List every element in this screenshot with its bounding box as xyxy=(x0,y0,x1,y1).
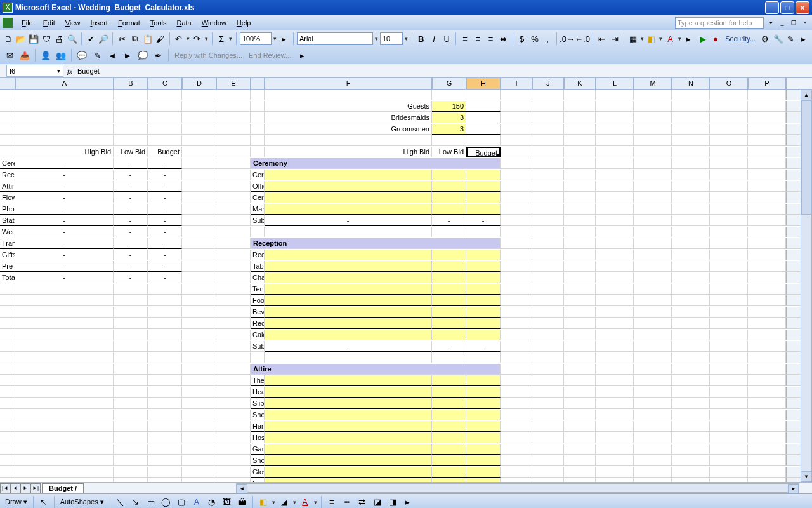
cell[interactable] xyxy=(216,238,251,249)
cell[interactable] xyxy=(710,90,748,100)
cell[interactable]: Beverages & Bartender xyxy=(251,307,265,318)
cell[interactable] xyxy=(216,364,251,375)
cell[interactable]: - xyxy=(432,341,466,352)
cell[interactable] xyxy=(710,318,748,329)
cell[interactable]: Tent Rentals xyxy=(251,284,265,295)
cell[interactable]: - xyxy=(15,170,114,180)
cell[interactable] xyxy=(634,295,672,306)
cell[interactable] xyxy=(596,170,634,180)
col-header-F[interactable]: F xyxy=(265,78,432,90)
cell[interactable] xyxy=(564,421,596,432)
redo-icon[interactable]: ↷ xyxy=(192,32,203,46)
cell[interactable] xyxy=(748,272,786,283)
cell[interactable] xyxy=(182,432,216,443)
cell[interactable] xyxy=(182,478,216,482)
cell[interactable] xyxy=(265,250,432,260)
cell[interactable] xyxy=(634,375,672,386)
cell[interactable] xyxy=(596,112,634,123)
cell[interactable] xyxy=(532,375,564,386)
cell[interactable] xyxy=(748,318,786,329)
autoshapes-menu[interactable]: AutoShapes ▾ xyxy=(58,498,107,506)
cell[interactable] xyxy=(710,375,748,386)
cell[interactable]: Reception xyxy=(0,170,15,180)
minimize-button[interactable]: _ xyxy=(765,1,779,14)
cell[interactable]: Reception Venue xyxy=(251,250,265,260)
cell[interactable] xyxy=(466,375,501,386)
cell[interactable] xyxy=(532,364,564,375)
cell[interactable] xyxy=(634,227,672,237)
cell[interactable] xyxy=(748,284,786,295)
cell[interactable] xyxy=(182,90,216,100)
cell[interactable] xyxy=(710,444,748,455)
cell[interactable] xyxy=(501,341,532,352)
cell[interactable] xyxy=(564,295,596,306)
cell[interactable] xyxy=(710,295,748,306)
dash-style-icon[interactable]: ┅ xyxy=(340,495,354,509)
cell[interactable] xyxy=(265,398,432,409)
arrow-icon[interactable]: ↘ xyxy=(129,495,143,509)
spelling-icon[interactable]: ✔ xyxy=(85,32,96,46)
cell[interactable] xyxy=(15,284,114,295)
col-header-K[interactable]: K xyxy=(564,78,596,90)
cell[interactable] xyxy=(265,227,432,237)
cell[interactable] xyxy=(265,284,432,295)
cell[interactable] xyxy=(466,124,501,135)
cell[interactable] xyxy=(596,181,634,192)
formula-input[interactable] xyxy=(76,65,812,77)
cell[interactable] xyxy=(634,467,672,478)
cell[interactable] xyxy=(15,387,114,398)
cell[interactable] xyxy=(432,444,466,455)
cell[interactable] xyxy=(114,341,148,352)
cell[interactable] xyxy=(466,398,501,409)
cell[interactable] xyxy=(182,227,216,237)
show-comment-icon[interactable]: 💭 xyxy=(136,48,150,62)
cell[interactable] xyxy=(15,421,114,432)
maximize-button[interactable]: □ xyxy=(780,1,794,14)
tab-nav-next-icon[interactable]: ► xyxy=(20,483,30,493)
toolbar-options3-icon[interactable]: ▸ xyxy=(798,32,809,46)
cell[interactable] xyxy=(15,432,114,443)
cell[interactable] xyxy=(564,192,596,203)
cell[interactable] xyxy=(501,364,532,375)
cell[interactable] xyxy=(216,432,251,443)
cell[interactable] xyxy=(564,341,596,352)
cell[interactable] xyxy=(0,330,15,340)
cell[interactable] xyxy=(710,432,748,443)
cell[interactable] xyxy=(710,112,748,123)
align-left-icon[interactable]: ≡ xyxy=(459,32,471,46)
cell[interactable] xyxy=(710,135,748,146)
cell[interactable]: - xyxy=(114,272,148,283)
cell[interactable] xyxy=(501,295,532,306)
cell[interactable] xyxy=(182,444,216,455)
cell[interactable] xyxy=(748,478,786,482)
cell[interactable] xyxy=(501,307,532,318)
cell[interactable] xyxy=(748,181,786,192)
cell[interactable] xyxy=(710,215,748,226)
line-style-icon[interactable]: ≡ xyxy=(325,495,339,509)
cell[interactable]: - xyxy=(15,261,114,272)
cell[interactable] xyxy=(182,204,216,215)
cell[interactable] xyxy=(501,272,532,283)
cell[interactable] xyxy=(532,387,564,398)
cell[interactable] xyxy=(148,444,182,455)
col-header-D[interactable]: D xyxy=(182,78,216,90)
cell[interactable] xyxy=(466,295,501,306)
cell[interactable] xyxy=(466,170,501,180)
cell[interactable] xyxy=(15,375,114,386)
cell[interactable] xyxy=(182,135,216,146)
cell[interactable] xyxy=(501,352,532,363)
cell[interactable] xyxy=(251,352,265,363)
cell[interactable] xyxy=(216,455,251,466)
cell[interactable] xyxy=(710,250,748,260)
cell[interactable] xyxy=(501,444,532,455)
insert-comment-icon[interactable]: 💬 xyxy=(75,48,89,62)
cell[interactable] xyxy=(265,455,432,466)
cell[interactable] xyxy=(432,192,466,203)
cell[interactable] xyxy=(251,227,265,237)
cell[interactable] xyxy=(564,170,596,180)
cell[interactable] xyxy=(672,284,710,295)
cell[interactable] xyxy=(710,455,748,466)
cell[interactable] xyxy=(15,410,114,420)
cell[interactable] xyxy=(466,478,501,482)
cell[interactable] xyxy=(596,238,634,249)
